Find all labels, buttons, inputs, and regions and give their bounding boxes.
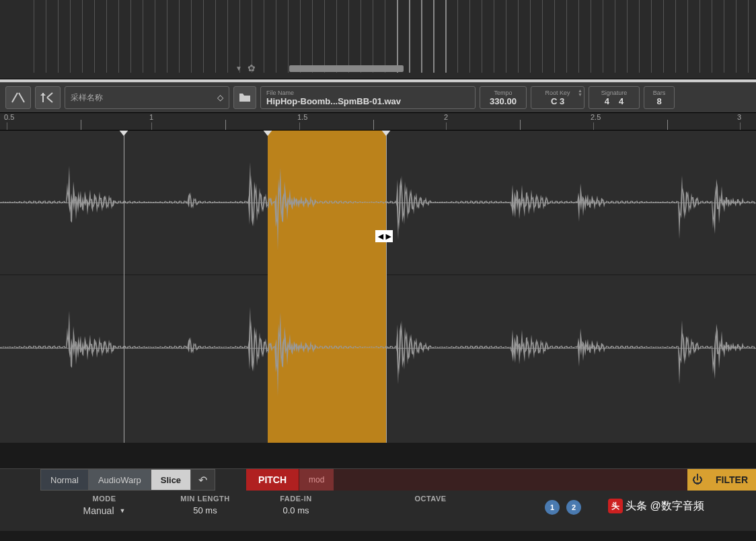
tab-audiowarp[interactable]: AudioWarp [89, 470, 151, 490]
pitch-section: PITCH mod [246, 469, 334, 491]
controls-row: MODE Manual ▼ MIN LENGTH 50 ms FADE-IN 0… [0, 491, 756, 531]
slice-marker[interactable] [118, 131, 129, 136]
ruler-label: 1 [149, 113, 153, 121]
tab-row: Normal AudioWarp Slice ↶ PITCH mod ⏻ FIL… [0, 469, 756, 491]
waveform-channel-right [0, 275, 756, 420]
minlength-label: MIN LENGTH [180, 495, 229, 503]
crossfade-icon [11, 92, 26, 104]
bars-value: 8 [656, 96, 661, 106]
file-browse-button[interactable] [233, 86, 256, 109]
fadein-label: FADE-IN [280, 495, 312, 503]
sample-toolbar: 采样名称 ◇ File Name HipHop-Boomb...SpmBB-01… [0, 82, 756, 113]
folder-icon [239, 93, 251, 102]
octave-control: OCTAVE [404, 495, 457, 503]
fadein-control: FADE-IN 0.0 ms [262, 495, 330, 515]
signature-label: Signature [601, 89, 628, 96]
time-ruler[interactable]: 0.5 1 1.5 2 2.5 3 [0, 113, 756, 131]
signature-denominator: 4 [619, 96, 623, 106]
ruler-label: 3 [737, 113, 741, 121]
mode-dropdown[interactable]: Manual ▼ [83, 505, 126, 516]
fadein-value[interactable]: 0.0 ms [282, 505, 309, 515]
waveform-area[interactable]: ◄► [0, 131, 756, 443]
waveform-right [0, 275, 756, 420]
sample-name-field[interactable]: 采样名称 ◇ [65, 86, 229, 109]
tool-snap[interactable] [35, 86, 61, 109]
bottom-gap [0, 443, 756, 468]
bars-label: Bars [653, 89, 666, 96]
minlength-control: MIN LENGTH 50 ms [168, 495, 242, 515]
badge-2[interactable]: 2 [566, 500, 581, 515]
tempo-value: 330.00 [490, 96, 517, 106]
waveform-channel-left [0, 131, 756, 275]
slice-marker[interactable] [262, 131, 273, 136]
signature-numerator: 4 [605, 96, 609, 106]
ruler-label: 1.5 [297, 113, 307, 121]
watermark-text: 头条 @数字音频 [626, 499, 704, 513]
filter-power-button[interactable]: ⏻ [687, 469, 708, 491]
top-velocity-area: ▼ ✿ [0, 0, 756, 79]
bottom-panel: Normal AudioWarp Slice ↶ PITCH mod ⏻ FIL… [0, 468, 756, 531]
minlength-value[interactable]: 50 ms [193, 505, 217, 515]
mode-label: MODE [93, 495, 116, 503]
ruler-label: 0.5 [4, 113, 14, 121]
snap-icon [40, 92, 55, 104]
rootkey-label: Root Key [545, 89, 570, 96]
tab-group: Normal AudioWarp Slice [40, 469, 191, 491]
tab-normal[interactable]: Normal [41, 470, 89, 490]
tab-slice[interactable]: Slice [151, 470, 190, 490]
waveform-left [0, 131, 756, 275]
rootkey-value: C 3 [551, 96, 564, 106]
watermark: 头 头条 @数字音频 [608, 499, 704, 513]
sample-name-placeholder: 采样名称 [71, 92, 103, 104]
spinner-icon[interactable]: ▲▼ [578, 89, 582, 97]
filter-section: ⏻ FILTER [687, 469, 756, 491]
mode-value: Manual [83, 505, 114, 516]
resize-cursor-icon: ◄► [375, 230, 393, 242]
tool-crossfade[interactable] [5, 86, 31, 109]
ruler-label: 2.5 [591, 113, 601, 121]
chevron-down-icon: ▼ [120, 507, 126, 514]
filter-label: FILTER [708, 469, 756, 491]
tempo-field[interactable]: Tempo 330.00 [480, 86, 527, 109]
badges: 1 2 [545, 500, 581, 515]
badge-1[interactable]: 1 [545, 500, 560, 515]
top-controls: ▼ ✿ [235, 63, 256, 73]
horizontal-scrollbar[interactable] [289, 65, 404, 72]
slice-marker[interactable] [381, 131, 391, 136]
file-name-value: HipHop-Boomb...SpmBB-01.wav [266, 96, 469, 106]
file-name-field[interactable]: File Name HipHop-Boomb...SpmBB-01.wav [260, 86, 476, 109]
diamond-icon[interactable]: ◇ [217, 93, 223, 102]
dropdown-icon[interactable]: ▼ [235, 65, 242, 72]
mode-control: MODE Manual ▼ [61, 495, 148, 516]
pitch-mod-button[interactable]: mod [299, 469, 334, 491]
tempo-label: Tempo [494, 89, 512, 96]
octave-label: OCTAVE [414, 495, 446, 503]
file-name-label: File Name [266, 89, 469, 96]
pitch-label: PITCH [246, 469, 299, 491]
gear-icon[interactable]: ✿ [248, 63, 256, 73]
ruler-label: 2 [444, 113, 448, 121]
bars-field[interactable]: Bars 8 [644, 86, 675, 109]
undo-button[interactable]: ↶ [191, 469, 215, 491]
watermark-logo: 头 [608, 499, 623, 513]
velocity-lanes [0, 0, 756, 73]
svg-marker-0 [40, 93, 46, 96]
rootkey-field[interactable]: Root Key C 3 ▲▼ [531, 86, 584, 109]
signature-field[interactable]: Signature 4 4 [589, 86, 640, 109]
